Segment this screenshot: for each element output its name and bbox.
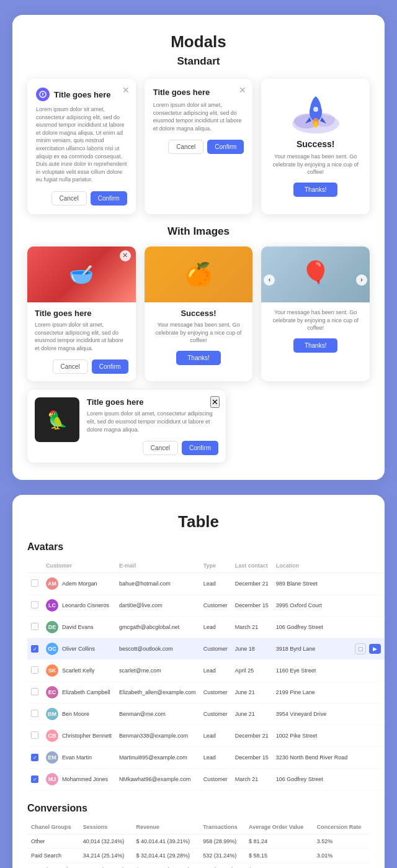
side-modal-card: 🦜 ✕ Title goes here Lorem ipsum dolor si…	[27, 390, 226, 463]
table-row: ✓ EM Evan Martin Martinui895@example.com…	[27, 747, 385, 769]
conv-group: Organic Search	[27, 863, 79, 868]
side-modal-actions: Cancel Confirm	[87, 441, 218, 455]
conv-row: Paid Search 34,214 (25.14%) $ 32,014.41 …	[27, 849, 370, 863]
conversions-table: Chanel Groups Sessions Revenue Transacti…	[27, 820, 370, 868]
row-action	[351, 725, 385, 747]
row-action	[351, 769, 385, 790]
row-action	[351, 595, 385, 617]
conv-revenue: $ 32,014.41 (29.28%)	[133, 849, 200, 863]
close-button-2[interactable]: ✕	[239, 85, 246, 95]
img-modal-card-2: 🍊 Success! Your message has been sent. G…	[145, 246, 253, 381]
success-title: Success!	[270, 139, 361, 149]
row-email: Elizabeth_allen@example.com	[115, 682, 200, 703]
row-email: Benman@me.com	[115, 703, 200, 725]
row-location: 1002 Pike Street	[272, 725, 352, 747]
row-checkbox-cell[interactable]	[27, 573, 42, 595]
table-title: Table	[27, 512, 370, 531]
conv-header: Chanel Groups Sessions Revenue Transacti…	[27, 820, 370, 834]
img-modal-1-actions: Cancel Confirm	[35, 359, 128, 374]
row-email: NMkawhat96@example.com	[115, 769, 200, 790]
row-customer: EM Evan Martin	[42, 747, 115, 769]
table-row: DE David Evans gmcgath@abcglobal.net Lea…	[27, 617, 385, 638]
header-row: Customer E-mail Type Last contact Locati…	[27, 559, 385, 573]
side-modal-wrapper: 🦜 ✕ Title goes here Lorem ipsum dolor si…	[27, 390, 370, 463]
close-button-1[interactable]: ✕	[122, 85, 130, 95]
table-header: Customer E-mail Type Last contact Locati…	[27, 559, 385, 573]
img-modal-1-confirm[interactable]: Confirm	[92, 359, 128, 374]
img-thanks-btn-3[interactable]: Thanks!	[293, 338, 338, 353]
row-location: 106 Godfrey Street	[272, 617, 352, 638]
row-checkbox-cell[interactable]: ✓	[27, 638, 42, 660]
row-customer: BM Ben Moore	[42, 703, 115, 725]
row-checkbox-cell[interactable]	[27, 660, 42, 682]
row-checkbox-cell[interactable]: ✓	[27, 747, 42, 769]
thanks-button[interactable]: Thanks!	[293, 183, 338, 197]
side-modal-confirm[interactable]: Confirm	[182, 441, 218, 455]
conv-aov: $ 58.15	[245, 849, 313, 863]
modal-1-body: Lorem ipsum dolor sit amet, consectetur …	[36, 106, 127, 184]
rocket-illustration	[270, 88, 361, 134]
col-lastcontact: Last contact	[231, 559, 272, 573]
row-type: Lead	[200, 725, 231, 747]
row-email: Benman338@example.com	[115, 725, 200, 747]
img-modal-1-cancel[interactable]: Cancel	[53, 359, 88, 374]
table-section: Table Avatars Customer E-mail Type Last …	[12, 495, 385, 868]
row-location: 989 Blane Street	[272, 573, 352, 595]
row-checkbox-cell[interactable]	[27, 595, 42, 617]
conv-body: Other 40,014 (32.24%) $ 40,014.41 (39.21…	[27, 834, 370, 868]
row-type: Customer	[200, 595, 231, 617]
conv-sessions: 40,014 (32.24%)	[79, 834, 133, 849]
row-location: 3918 Byrd Lane	[272, 638, 352, 660]
row-last-contact: December 21	[231, 725, 272, 747]
img-modal-card-3: 🎈 ‹ › Your message has been sent. Go cel…	[261, 246, 370, 381]
avatars-title: Avatars	[27, 541, 370, 553]
conv-transactions: 532 (31.24%)	[199, 849, 245, 863]
row-last-contact: June 18	[231, 638, 272, 660]
row-action	[351, 747, 385, 769]
avatar: SK	[46, 664, 58, 677]
forward-button[interactable]: ▶	[369, 644, 381, 654]
modal-1-cancel[interactable]: Cancel	[51, 191, 87, 206]
customer-name: Christopher Bennett	[62, 733, 112, 739]
side-modal-close[interactable]: ✕	[210, 396, 220, 408]
modal-2-confirm[interactable]: Confirm	[207, 140, 244, 154]
row-type: Customer	[200, 638, 231, 660]
row-type: Customer	[200, 769, 231, 790]
avatar: MJ	[46, 773, 58, 785]
modal-1-confirm[interactable]: Confirm	[91, 191, 127, 206]
row-checkbox-cell[interactable]: ✓	[27, 769, 42, 790]
row-last-contact: December 21	[231, 573, 272, 595]
row-email: Martinui895@example.com	[115, 747, 200, 769]
customer-name: Adem Morgan	[62, 581, 97, 587]
table-body: AM Adem Morgan bahue@hotmail.com Lead De…	[27, 573, 385, 790]
row-type: Customer	[200, 703, 231, 725]
row-type: Customer	[200, 682, 231, 703]
row-checkbox-cell[interactable]	[27, 703, 42, 725]
img-close-btn-1[interactable]: ✕	[120, 250, 131, 261]
row-customer: OC Oliver Collins	[42, 638, 115, 660]
conv-sessions: 22,014 (21.12%)	[79, 863, 133, 868]
row-checkbox-cell[interactable]	[27, 617, 42, 638]
side-modal-body: Lorem ipsum dolor sit amet, consectetur …	[87, 410, 218, 433]
img-modal-2-title: Success!	[152, 309, 246, 318]
row-location: 3230 North Bend River Road	[272, 747, 352, 769]
row-email: bahue@hotmail.com	[115, 573, 200, 595]
conv-rate: 3.52%	[313, 834, 370, 849]
edit-icon[interactable]: ▢	[355, 643, 366, 654]
modal-2-cancel[interactable]: Cancel	[168, 140, 203, 154]
conv-col-aov: Average Order Value	[245, 820, 313, 834]
img-thanks-btn-2[interactable]: Thanks!	[176, 351, 221, 365]
side-modal-cancel[interactable]: Cancel	[143, 441, 178, 455]
img-modal-2-body: Your message has been sent. Go celebrate…	[152, 321, 246, 345]
customer-name: Evan Martin	[62, 754, 92, 761]
conv-col-revenue: Revenue	[133, 820, 200, 834]
carousel-next-btn[interactable]: ›	[356, 274, 367, 286]
row-location: 1160 Eye Street	[272, 660, 352, 682]
customer-name: Scarlett Kelly	[62, 667, 95, 674]
row-type: Lead	[200, 660, 231, 682]
row-checkbox-cell[interactable]	[27, 682, 42, 703]
row-checkbox-cell[interactable]	[27, 725, 42, 747]
customer-name: Elizabeth Campbell	[62, 689, 110, 695]
row-customer: LC Leonardo Cisneros	[42, 595, 115, 617]
avatars-table: Customer E-mail Type Last contact Locati…	[27, 559, 385, 790]
